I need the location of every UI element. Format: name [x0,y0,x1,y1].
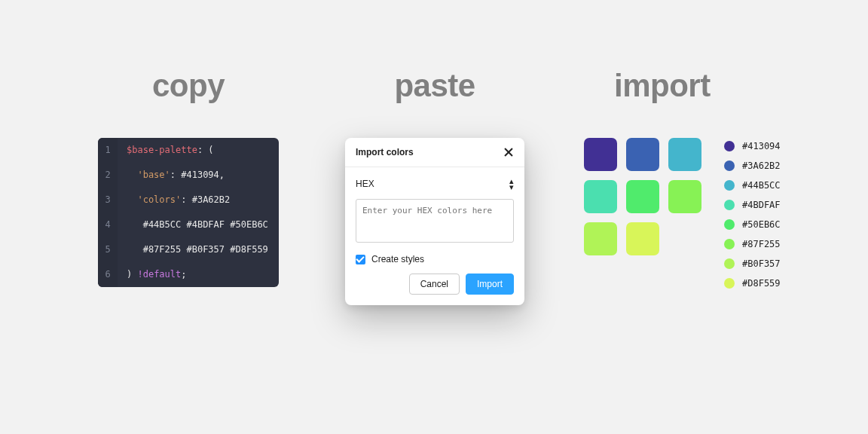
legend-item: #87F255 [724,239,781,249]
line-number: 3 [98,188,118,212]
import-content: #413094#3A62B2#44B5CC#4BDFAF#50EB6C#87F2… [584,138,781,289]
line-number: 4 [98,212,118,237]
paste-heading: paste [394,68,475,104]
create-styles-label: Create styles [371,254,424,264]
legend-label: #3A62B2 [742,160,781,171]
code-token: $base-palette [127,145,197,155]
code-token: ; [181,269,186,280]
format-select[interactable]: HEX ▴▾ [356,178,514,190]
code-lines: $base-palette: ( 'base': #413094, 'color… [118,138,277,287]
dialog-actions: Cancel Import [356,274,514,295]
format-select-value: HEX [356,179,374,189]
legend-item: #D8F559 [724,278,781,289]
legend-dot [724,180,735,191]
copy-heading: copy [152,68,225,104]
legend-item: #50EB6C [724,219,781,230]
code-token: 'base' [127,170,170,180]
legend-item: #3A62B2 [724,160,781,171]
legend-dot [724,219,735,230]
create-styles-checkbox[interactable] [356,255,365,264]
line-number: 5 [98,237,118,262]
chevrons-updown-icon: ▴▾ [509,178,514,190]
legend-dot [724,160,735,171]
line-number: 2 [98,163,118,188]
legend-label: #50EB6C [742,219,781,230]
color-legend: #413094#3A62B2#44B5CC#4BDFAF#50EB6C#87F2… [724,138,781,289]
code-token: #44B5CC #4BDFAF #50EB6C [127,219,268,230]
swatch-grid [584,138,701,289]
color-swatch[interactable] [584,222,617,255]
color-swatch[interactable] [584,180,617,213]
color-swatch[interactable] [626,180,659,213]
code-token: : ( [197,145,214,155]
copy-column: copy 1 2 3 4 5 6 $base-palette: ( 'base'… [90,68,286,287]
cancel-button[interactable]: Cancel [409,274,460,295]
dialog-body: HEX ▴▾ Create styles Cancel Import [345,167,524,305]
legend-item: #44B5CC [724,180,781,191]
legend-dot [724,239,735,249]
code-token: 'colors' [127,194,181,205]
import-heading: import [614,68,711,104]
code-token: : #413094, [170,170,225,180]
legend-label: #4BDFAF [742,200,781,210]
legend-label: #B0F357 [742,258,781,269]
color-swatch[interactable] [626,222,659,255]
create-styles-row[interactable]: Create styles [356,254,514,264]
dialog-header: Import colors [345,138,524,167]
line-number: 6 [98,262,118,287]
legend-item: #413094 [724,141,781,151]
code-token: : #3A62B2 [181,194,230,205]
legend-label: #D8F559 [742,278,781,289]
line-number: 1 [98,138,118,163]
legend-item: #B0F357 [724,258,781,269]
code-gutter: 1 2 3 4 5 6 [98,138,118,287]
dialog-title: Import colors [356,147,414,157]
legend-dot [724,200,735,210]
code-token: #87F255 #B0F357 #D8F559 [127,244,268,255]
legend-dot [724,258,735,269]
legend-item: #4BDFAF [724,200,781,210]
legend-label: #87F255 [742,239,781,249]
legend-label: #44B5CC [742,180,781,191]
legend-dot [724,141,735,151]
import-dialog: Import colors HEX ▴▾ Create styles Cance… [345,138,524,305]
import-button[interactable]: Import [466,274,514,295]
paste-column: paste Import colors HEX ▴▾ Create styles… [345,68,524,305]
code-token: !default [137,269,181,280]
color-swatch[interactable] [668,180,701,213]
color-swatch[interactable] [668,138,701,171]
hex-input[interactable] [356,199,514,243]
legend-dot [724,278,735,289]
legend-label: #413094 [742,141,781,151]
color-swatch[interactable] [584,138,617,171]
close-icon[interactable] [503,147,514,157]
code-block: 1 2 3 4 5 6 $base-palette: ( 'base': #41… [98,138,279,287]
code-token: ) [127,269,137,280]
import-column: import #413094#3A62B2#44B5CC#4BDFAF#50EB… [584,68,810,289]
color-swatch[interactable] [626,138,659,171]
